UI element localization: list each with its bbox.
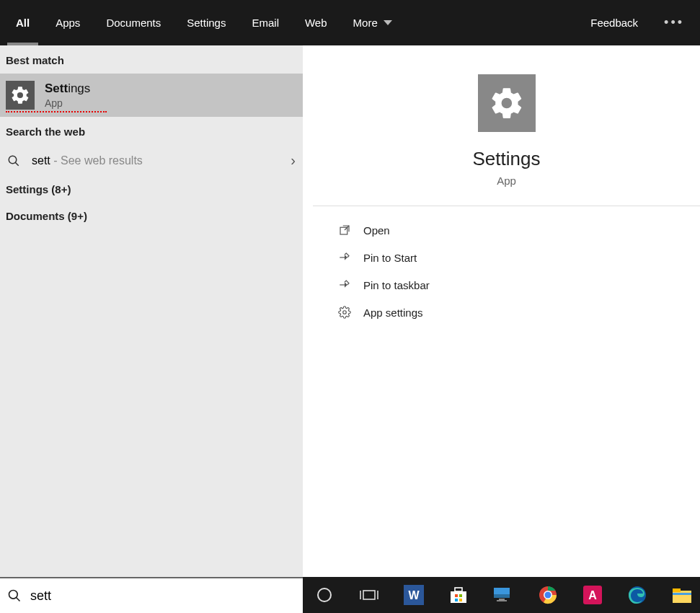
- svg-text:W: W: [408, 589, 420, 601]
- web-search-result[interactable]: sett - See web results ›: [0, 145, 303, 176]
- taskbar-store-icon[interactable]: [444, 581, 473, 609]
- best-match-result[interactable]: Settings App: [0, 74, 303, 117]
- svg-line-6: [17, 598, 20, 601]
- svg-rect-16: [459, 594, 462, 597]
- result-title: Settings: [45, 81, 90, 96]
- taskbar-acrobat-icon[interactable]: A: [578, 581, 607, 609]
- svg-rect-15: [455, 594, 458, 597]
- tab-all[interactable]: All: [3, 0, 43, 45]
- tab-documents[interactable]: Documents: [93, 0, 174, 45]
- svg-rect-20: [494, 594, 510, 598]
- svg-rect-21: [499, 599, 505, 600]
- chevron-right-icon: ›: [291, 152, 296, 169]
- svg-rect-17: [455, 599, 458, 601]
- action-label: Open: [363, 224, 390, 237]
- tab-label: Settings: [187, 17, 226, 29]
- more-options-button[interactable]: •••: [651, 15, 697, 30]
- preview-pane: Settings App Open Pin to Start Pin to: [313, 45, 700, 577]
- taskbar: W A: [303, 577, 700, 613]
- tab-label: More: [353, 17, 378, 29]
- section-best-match: Best match: [0, 45, 303, 74]
- tab-settings[interactable]: Settings: [174, 0, 239, 45]
- svg-line-1: [15, 162, 19, 166]
- action-open[interactable]: Open: [336, 216, 677, 244]
- gear-icon: [336, 306, 353, 319]
- chevron-down-icon: [384, 20, 392, 25]
- svg-line-3: [345, 226, 349, 230]
- tab-label: Email: [252, 17, 279, 29]
- category-settings[interactable]: Settings (8+): [0, 176, 303, 203]
- svg-point-4: [343, 311, 347, 314]
- tab-label: Apps: [56, 17, 80, 29]
- action-label: App settings: [363, 306, 423, 319]
- taskbar-chrome-icon[interactable]: [533, 581, 562, 609]
- search-filter-tabbar: All Apps Documents Settings Email Web Mo…: [0, 0, 700, 45]
- tab-label: Web: [305, 17, 327, 29]
- svg-rect-29: [673, 591, 691, 603]
- taskbar-thispc-icon[interactable]: [489, 581, 518, 609]
- search-box[interactable]: [0, 577, 303, 613]
- action-pin-start[interactable]: Pin to Start: [336, 244, 677, 271]
- svg-rect-13: [451, 591, 466, 603]
- action-pin-taskbar[interactable]: Pin to taskbar: [336, 271, 677, 299]
- taskbar-edge-icon[interactable]: [623, 581, 652, 609]
- feedback-button[interactable]: Feedback: [577, 0, 651, 45]
- web-result-text: sett - See web results: [32, 154, 291, 167]
- gear-icon: [478, 74, 536, 132]
- search-input[interactable]: [30, 588, 296, 604]
- taskbar-explorer-icon[interactable]: [668, 581, 696, 609]
- svg-point-0: [9, 156, 17, 164]
- pin-icon: [336, 278, 353, 291]
- taskbar-word-icon[interactable]: W: [399, 581, 428, 609]
- svg-rect-8: [363, 591, 375, 599]
- tab-web[interactable]: Web: [292, 0, 340, 45]
- feedback-label: Feedback: [590, 17, 638, 29]
- svg-point-5: [9, 591, 18, 599]
- svg-point-25: [545, 592, 551, 599]
- gear-icon: [6, 81, 35, 110]
- action-app-settings[interactable]: App settings: [336, 299, 677, 326]
- tab-more[interactable]: More: [340, 0, 405, 45]
- annotation-underline: [6, 111, 107, 113]
- svg-rect-18: [459, 599, 462, 601]
- svg-rect-30: [673, 588, 681, 592]
- svg-rect-14: [455, 588, 462, 591]
- result-subtitle: App: [45, 97, 90, 109]
- tab-label: All: [16, 17, 30, 29]
- pin-icon: [336, 251, 353, 264]
- preview-subtitle: App: [497, 175, 516, 187]
- action-label: Pin to Start: [363, 252, 417, 264]
- preview-title: Settings: [473, 148, 541, 170]
- tab-apps[interactable]: Apps: [43, 0, 93, 45]
- tab-email[interactable]: Email: [239, 0, 292, 45]
- tab-label: Documents: [106, 17, 161, 29]
- results-pane: Best match Settings App Search the web s…: [0, 45, 303, 577]
- search-icon: [7, 154, 22, 167]
- svg-point-7: [318, 588, 331, 601]
- search-icon: [7, 588, 22, 603]
- section-search-web: Search the web: [0, 117, 303, 145]
- taskbar-taskview-icon[interactable]: [355, 581, 384, 609]
- category-documents[interactable]: Documents (9+): [0, 203, 303, 229]
- svg-rect-31: [673, 593, 691, 595]
- taskbar-cortana-icon[interactable]: [310, 581, 339, 609]
- action-label: Pin to taskbar: [363, 279, 430, 291]
- svg-rect-22: [497, 600, 507, 601]
- svg-text:A: A: [588, 589, 597, 601]
- open-icon: [336, 224, 353, 237]
